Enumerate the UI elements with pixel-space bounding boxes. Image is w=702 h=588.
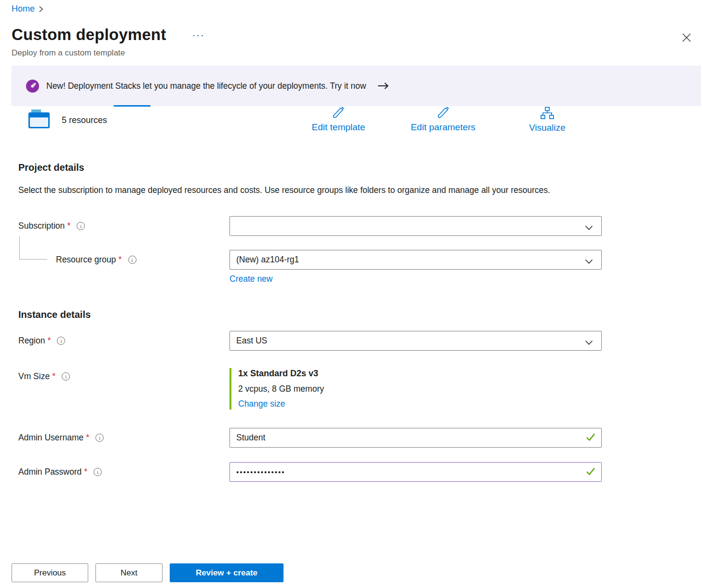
vm-size-selection: 1x Standard D2s v3 2 vcpus, 8 GB memory … bbox=[230, 368, 602, 410]
admin-username-input[interactable] bbox=[230, 428, 602, 448]
vm-size-title: 1x Standard D2s v3 bbox=[238, 369, 602, 379]
info-icon[interactable] bbox=[128, 256, 136, 264]
pencil-icon bbox=[331, 107, 346, 122]
template-summary: 5 resources bbox=[28, 109, 107, 132]
required-marker: * bbox=[52, 371, 55, 382]
rocket-icon bbox=[26, 79, 40, 93]
resource-group-label-cell: Resource group * bbox=[18, 255, 230, 265]
deployment-stacks-banner[interactable]: New! Deployment Stacks let you manage th… bbox=[12, 66, 701, 106]
vm-size-label-cell: Vm Size * bbox=[18, 368, 230, 382]
template-icon bbox=[28, 109, 51, 132]
truncated-link-fragment bbox=[114, 105, 150, 107]
region-label-cell: Region * bbox=[18, 336, 230, 346]
required-marker: * bbox=[47, 336, 51, 346]
create-new-link[interactable]: Create new bbox=[230, 274, 273, 284]
chevron-down-icon bbox=[585, 338, 593, 348]
vm-size-control: 1x Standard D2s v3 2 vcpus, 8 GB memory … bbox=[230, 368, 602, 410]
review-create-button[interactable]: Review + create bbox=[170, 563, 284, 582]
required-marker: * bbox=[119, 255, 122, 265]
visualize-label: Visualize bbox=[529, 123, 566, 133]
change-size-link[interactable]: Change size bbox=[238, 399, 285, 409]
edit-template-label: Edit template bbox=[312, 122, 365, 133]
more-options-button[interactable]: ··· bbox=[192, 30, 205, 40]
info-icon[interactable] bbox=[62, 372, 70, 381]
page-header: Custom deployment ··· bbox=[0, 26, 702, 44]
subscription-row: Subscription * bbox=[18, 216, 702, 236]
admin-password-label: Admin Password bbox=[18, 467, 81, 477]
info-icon[interactable] bbox=[77, 222, 85, 230]
hierarchy-icon bbox=[540, 107, 554, 122]
admin-password-row: Admin Password * bbox=[18, 462, 702, 482]
admin-username-row: Admin Username * bbox=[18, 428, 702, 448]
chevron-right-icon bbox=[39, 6, 43, 13]
vm-size-row: Vm Size * 1x Standard D2s v3 2 vcpus, 8 … bbox=[18, 368, 702, 410]
resource-group-control: (New) az104-rg1 bbox=[230, 250, 602, 270]
previous-button[interactable]: Previous bbox=[12, 563, 88, 582]
subscription-control bbox=[230, 216, 602, 236]
subscription-label-cell: Subscription * bbox=[18, 221, 230, 231]
page-title: Custom deployment bbox=[12, 26, 166, 44]
valid-check-icon bbox=[586, 467, 595, 478]
deployment-form: Project details Select the subscription … bbox=[0, 162, 702, 482]
chevron-down-icon bbox=[585, 257, 593, 267]
admin-password-input[interactable] bbox=[230, 462, 602, 482]
close-icon bbox=[682, 37, 691, 44]
info-icon[interactable] bbox=[94, 468, 102, 476]
resources-count: 5 resources bbox=[62, 115, 107, 125]
info-icon[interactable] bbox=[95, 434, 104, 442]
page-subtitle: Deploy from a custom template bbox=[0, 48, 702, 58]
region-control: East US bbox=[230, 331, 602, 351]
resource-group-dropdown[interactable]: (New) az104-rg1 bbox=[230, 250, 602, 270]
edit-template-link[interactable]: Edit template bbox=[312, 107, 365, 133]
vm-size-label: Vm Size bbox=[18, 371, 50, 382]
region-dropdown[interactable]: East US bbox=[230, 331, 602, 351]
subscription-label: Subscription bbox=[18, 221, 65, 231]
admin-password-label-cell: Admin Password * bbox=[18, 467, 230, 477]
next-button[interactable]: Next bbox=[95, 563, 162, 582]
project-details-description: Select the subscription to manage deploy… bbox=[18, 183, 573, 198]
resource-group-label: Resource group bbox=[56, 255, 116, 265]
region-value: East US bbox=[236, 336, 267, 346]
breadcrumb-home-link[interactable]: Home bbox=[12, 4, 35, 14]
tree-connector-line bbox=[19, 236, 47, 260]
region-label: Region bbox=[18, 336, 45, 346]
banner-text: New! Deployment Stacks let you manage th… bbox=[46, 81, 366, 91]
subscription-dropdown[interactable] bbox=[230, 216, 602, 236]
admin-password-control bbox=[230, 462, 602, 482]
project-details-heading: Project details bbox=[18, 162, 702, 173]
admin-username-control bbox=[230, 428, 602, 448]
wizard-footer: Previous Next Review + create bbox=[12, 563, 284, 582]
chevron-down-icon bbox=[585, 223, 593, 233]
pencil-icon bbox=[436, 107, 450, 122]
close-button[interactable] bbox=[680, 31, 693, 46]
admin-username-label: Admin Username bbox=[18, 433, 83, 443]
resource-group-value: (New) az104-rg1 bbox=[236, 255, 299, 265]
visualize-link[interactable]: Visualize bbox=[529, 107, 566, 133]
required-marker: * bbox=[86, 433, 89, 443]
valid-check-icon bbox=[586, 433, 595, 443]
custom-deployment-page: Home Custom deployment ··· Deploy from a… bbox=[0, 0, 702, 482]
arrow-right-icon bbox=[378, 82, 389, 90]
resource-group-row: Resource group * (New) az104-rg1 bbox=[18, 250, 702, 270]
vm-size-specs: 2 vcpus, 8 GB memory bbox=[238, 384, 602, 394]
template-bar: 5 resources Edit template Edit parameter… bbox=[12, 106, 702, 141]
required-marker: * bbox=[67, 221, 70, 231]
region-row: Region * East US bbox=[18, 331, 702, 351]
breadcrumb: Home bbox=[0, 0, 702, 14]
required-marker: * bbox=[84, 467, 87, 477]
edit-parameters-label: Edit parameters bbox=[411, 122, 475, 133]
admin-username-label-cell: Admin Username * bbox=[18, 433, 230, 443]
instance-details-heading: Instance details bbox=[18, 309, 702, 320]
edit-parameters-link[interactable]: Edit parameters bbox=[411, 107, 475, 133]
info-icon[interactable] bbox=[57, 337, 65, 345]
